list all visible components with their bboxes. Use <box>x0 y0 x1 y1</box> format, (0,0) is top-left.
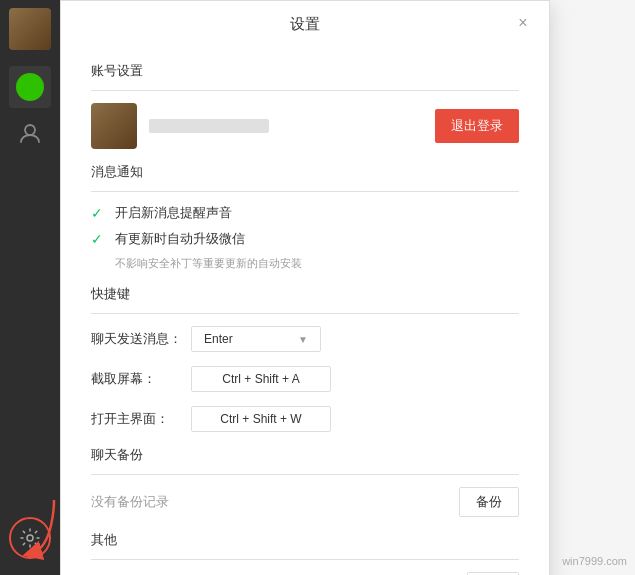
backup-no-record: 没有备份记录 <box>91 493 169 511</box>
notification-section-title: 消息通知 <box>91 163 519 181</box>
shortcuts-divider <box>91 313 519 314</box>
backup-row: 没有备份记录 备份 <box>91 487 519 517</box>
sidebar-item-contacts[interactable] <box>9 112 51 154</box>
notification-item-2[interactable]: ✓ 有更新时自动升级微信 <box>91 230 519 248</box>
notification-item-1[interactable]: ✓ 开启新消息提醒声音 <box>91 204 519 222</box>
other-section-title: 其他 <box>91 531 519 549</box>
account-name-placeholder <box>149 119 269 133</box>
dialog-title: 设置 <box>290 15 320 34</box>
chevron-down-icon: ▼ <box>298 334 308 345</box>
account-info <box>91 103 269 149</box>
avatar[interactable] <box>9 8 51 50</box>
notification-divider <box>91 191 519 192</box>
shortcuts-section-title: 快捷键 <box>91 285 519 303</box>
checkmark-icon-1: ✓ <box>91 205 107 221</box>
account-divider <box>91 90 519 91</box>
shortcut-main-value: Ctrl + Shift + W <box>191 406 331 432</box>
logout-button[interactable]: 退出登录 <box>435 109 519 143</box>
notification-sub-label: 不影响安全补丁等重要更新的自动安装 <box>115 256 519 271</box>
shortcut-row-send: 聊天发送消息： Enter ▼ <box>91 326 519 352</box>
other-divider <box>91 559 519 560</box>
notification-label-2: 有更新时自动升级微信 <box>115 230 245 248</box>
shortcut-send-dropdown[interactable]: Enter ▼ <box>191 326 321 352</box>
svg-point-0 <box>25 125 35 135</box>
app-container: 设置 × 账号设置 退出登录 消息通知 <box>0 0 635 575</box>
dialog-header: 设置 × <box>61 1 549 48</box>
sidebar <box>0 0 60 575</box>
notification-label-1: 开启新消息提醒声音 <box>115 204 232 222</box>
shortcut-screenshot-value: Ctrl + Shift + A <box>191 366 331 392</box>
sidebar-item-chat[interactable] <box>9 66 51 108</box>
arrow-indicator <box>8 495 60 565</box>
dialog-body: 账号设置 退出登录 消息通知 ✓ 开启新消息提醒声音 <box>61 62 549 575</box>
account-section-title: 账号设置 <box>91 62 519 80</box>
shortcut-send-value: Enter <box>204 332 233 346</box>
shortcut-label-send: 聊天发送消息： <box>91 330 191 348</box>
backup-button[interactable]: 备份 <box>459 487 519 517</box>
main-content: 设置 × 账号设置 退出登录 消息通知 <box>60 0 635 575</box>
backup-divider <box>91 474 519 475</box>
shortcut-label-screenshot: 截取屏幕： <box>91 370 191 388</box>
shortcut-row-screenshot: 截取屏幕： Ctrl + Shift + A <box>91 366 519 392</box>
shortcut-label-main: 打开主界面： <box>91 410 191 428</box>
chat-icon <box>16 73 44 101</box>
checkmark-icon-2: ✓ <box>91 231 107 247</box>
account-row: 退出登录 <box>91 103 519 149</box>
close-button[interactable]: × <box>513 13 533 33</box>
shortcut-row-main: 打开主界面： Ctrl + Shift + W <box>91 406 519 432</box>
notification-section: ✓ 开启新消息提醒声音 ✓ 有更新时自动升级微信 不影响安全补丁等重要更新的自动… <box>91 204 519 271</box>
watermark: win7999.com <box>562 555 627 567</box>
backup-section-title: 聊天备份 <box>91 446 519 464</box>
settings-dialog: 设置 × 账号设置 退出登录 消息通知 <box>60 0 550 575</box>
contacts-icon <box>17 120 43 146</box>
account-avatar <box>91 103 137 149</box>
